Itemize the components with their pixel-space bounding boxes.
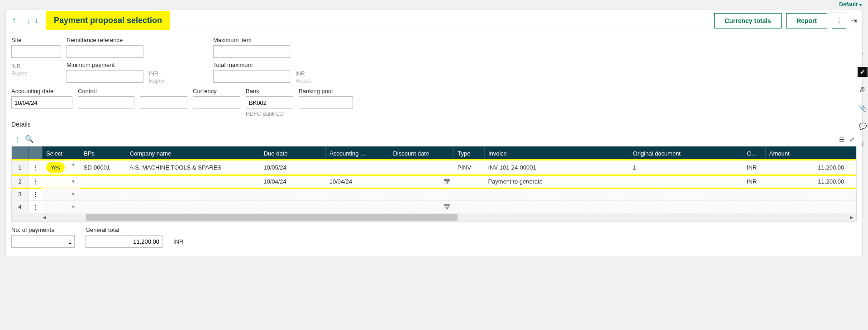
comment-icon[interactable]: 💬 [858,121,868,131]
first-icon[interactable]: ⤒ [11,17,17,24]
cell-company[interactable] [126,175,260,188]
more-actions-button[interactable]: ⋮ [832,13,846,29]
cell-due[interactable] [260,201,325,213]
cell-bps[interactable] [80,175,126,188]
grid-actions-icon[interactable]: ⋮ [14,136,20,143]
col-select[interactable]: Select [43,146,80,160]
cell-cur[interactable] [743,188,765,201]
remittance-input[interactable] [67,45,143,58]
print-icon[interactable]: 🖶 [858,85,868,95]
cell-bps[interactable] [80,188,126,201]
cell-select[interactable]: Yes▼ [43,160,80,175]
calendar-icon[interactable] [444,178,450,185]
col-company[interactable]: Company name [126,146,260,160]
currency-label: Currency [193,88,240,94]
maxitem-input[interactable] [213,45,290,58]
totmax-input[interactable] [213,70,290,83]
cell-cur[interactable] [743,201,765,213]
cell-orig[interactable] [629,201,743,213]
layers-icon[interactable]: ☰ [839,136,845,143]
check-icon[interactable]: ✔ [858,67,868,77]
cell-disc[interactable] [389,160,454,175]
currency-totals-button[interactable]: Currency totals [714,13,782,28]
cell-cur[interactable]: INR [743,160,765,175]
calendar-icon[interactable] [444,203,450,210]
col-disc[interactable]: Discount date [389,146,454,160]
cell-amount[interactable] [765,188,848,201]
cell-type[interactable] [454,201,485,213]
add-icon[interactable]: ＋ [858,49,868,59]
default-dropdown[interactable]: Default [839,1,862,8]
cell-company[interactable]: A.S. MACHINE TOOLS & SPARES [126,160,260,175]
table-row[interactable]: 1⋮Yes▼SD-00001A.S. MACHINE TOOLS & SPARE… [12,160,856,175]
site-input[interactable] [11,45,61,58]
expand-icon[interactable]: ⤢ [849,136,855,143]
report-button[interactable]: Report [786,13,827,28]
col-cur[interactable]: C... [743,146,765,160]
cell-amount[interactable]: 11,200.00 [765,175,848,188]
cell-company[interactable] [126,201,260,213]
down-icon[interactable]: ↓ [27,17,30,24]
cell-cur[interactable]: INR [743,175,765,188]
gentot-input[interactable] [86,235,162,248]
cell-select[interactable]: ▼ [43,175,80,188]
col-due[interactable]: Due date [260,146,325,160]
cell-orig[interactable] [629,188,743,201]
minpay-input[interactable] [67,70,143,83]
cell-orig[interactable] [629,175,743,188]
up-icon[interactable]: ↑ [20,17,24,24]
cell-select[interactable]: ▼ [43,201,80,213]
col-invoice[interactable]: Invoice [484,146,629,160]
pool-input[interactable] [299,96,353,109]
cell-acct[interactable] [326,201,389,213]
cell-amount[interactable]: 11,200.00 [765,160,848,175]
cell-orig[interactable]: 1 [629,160,743,175]
cell-amount[interactable] [765,201,848,213]
table-row[interactable]: 2⋮▼10/04/2410/04/24Payment to generateIN… [12,175,856,188]
attach-icon[interactable]: 📎 [858,103,868,113]
row-actions-icon[interactable]: ⋮ [28,188,42,201]
cell-invoice[interactable]: Payment to generate [484,175,629,188]
cell-invoice[interactable]: INV-101-24-00001 [484,160,629,175]
cell-type[interactable]: PINV [454,160,485,175]
col-orig[interactable]: Original document [629,146,743,160]
grid-search-icon[interactable]: 🔍 [25,135,34,143]
cell-invoice[interactable] [484,201,629,213]
exit-icon[interactable]: ⇥ [851,16,858,26]
cell-disc[interactable] [389,175,454,188]
cell-type[interactable] [454,188,485,201]
row-actions-icon[interactable]: ⋮ [28,175,42,188]
row-actions-icon[interactable]: ⋮ [28,201,42,213]
col-amount[interactable]: Amount [765,146,848,160]
table-row[interactable]: 3⋮▼ [12,188,856,201]
currency-input[interactable] [193,96,240,109]
col-type[interactable]: Type [454,146,485,160]
cell-bps[interactable]: SD-00001 [80,160,126,175]
cell-due[interactable] [260,188,325,201]
col-bps[interactable]: BPs [80,146,126,160]
cell-due[interactable]: 10/05/24 [260,160,325,175]
acctdate-input[interactable] [11,96,72,109]
cell-select[interactable]: ▼ [43,188,80,201]
cell-disc[interactable] [389,188,454,201]
cell-company[interactable] [126,188,260,201]
last-icon[interactable]: ⤓ [34,17,39,24]
row-number: 1 [12,160,28,175]
control-input[interactable] [78,96,134,109]
bank-input[interactable] [246,96,293,109]
cell-invoice[interactable] [484,188,629,201]
cell-acct[interactable]: 10/04/24 [326,175,389,188]
cell-bps[interactable] [80,201,126,213]
control2-input[interactable] [140,96,187,109]
cell-acct[interactable] [326,188,389,201]
col-acct[interactable]: Accounting ... [326,146,389,160]
grid-hscroll[interactable]: ◄ ► [12,213,856,222]
cell-type[interactable] [454,175,485,188]
cell-due[interactable]: 10/04/24 [260,175,325,188]
table-row[interactable]: 4⋮▼ [12,201,856,213]
numpay-input[interactable] [11,235,75,248]
cell-disc[interactable] [389,201,454,213]
share-icon[interactable]: ⇪ [858,139,868,149]
row-actions-icon[interactable]: ⋮ [28,160,42,175]
cell-acct[interactable] [326,160,389,175]
